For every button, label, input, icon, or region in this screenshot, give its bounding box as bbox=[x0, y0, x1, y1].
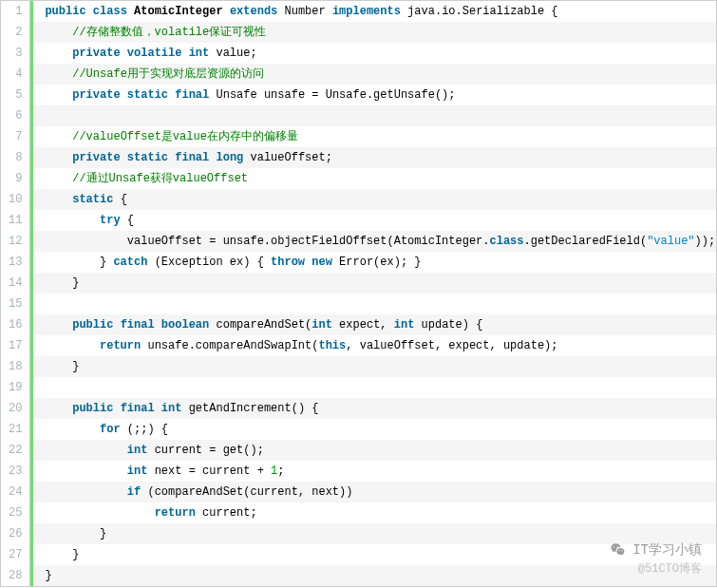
token-kw: private bbox=[72, 88, 120, 102]
token-kw: class bbox=[93, 5, 127, 18]
line-number: 8 bbox=[1, 147, 29, 168]
token-kw: int bbox=[127, 465, 148, 478]
code-line: //valueOffset是value在内存中的偏移量 bbox=[33, 126, 716, 147]
token-str: "value" bbox=[647, 235, 694, 248]
code-line: //存储整数值，volatile保证可视性 bbox=[33, 22, 716, 43]
token-plain: unsafe.compareAndSwapInt( bbox=[141, 339, 318, 352]
token-kw: volatile bbox=[127, 47, 182, 60]
token-kw: int bbox=[161, 402, 182, 415]
token-plain: Number bbox=[277, 5, 332, 18]
token-kw: final bbox=[121, 318, 155, 332]
token-plain: getAndIncrement() { bbox=[181, 402, 318, 415]
line-number: 17 bbox=[1, 335, 29, 356]
token-kw: public bbox=[72, 318, 113, 332]
line-number: 22 bbox=[1, 440, 29, 461]
token-kw: int bbox=[394, 318, 415, 332]
line-number: 7 bbox=[1, 126, 29, 147]
line-number: 18 bbox=[1, 356, 29, 377]
token-plain: { bbox=[113, 193, 126, 206]
code-line: } bbox=[33, 356, 716, 377]
line-number: 26 bbox=[1, 523, 29, 544]
code-line: if (compareAndSet(current, next)) bbox=[33, 482, 716, 503]
code-line: private volatile int value; bbox=[33, 43, 716, 64]
token-kw: public bbox=[72, 402, 113, 415]
line-number: 27 bbox=[1, 544, 29, 565]
token-kw: throw bbox=[271, 256, 305, 269]
line-number: 11 bbox=[1, 210, 29, 231]
code-line: static { bbox=[33, 189, 716, 210]
token-kw: private bbox=[72, 47, 120, 60]
line-number: 19 bbox=[1, 377, 29, 398]
token-plain bbox=[181, 47, 188, 60]
token-plain: ; bbox=[277, 465, 284, 478]
token-plain bbox=[121, 88, 127, 102]
line-number: 28 bbox=[1, 565, 29, 586]
token-plain: Error(ex); } bbox=[332, 256, 422, 269]
token-kw: implements bbox=[332, 5, 401, 18]
token-kw: public bbox=[45, 5, 85, 18]
token-plain: (Exception ex) { bbox=[147, 256, 271, 269]
token-plain: valueOffset; bbox=[243, 151, 332, 164]
line-number: 2 bbox=[1, 22, 29, 43]
code-line: } catch (Exception ex) { throw new Error… bbox=[33, 252, 716, 273]
code-line: valueOffset = unsafe.objectFieldOffset(A… bbox=[33, 231, 716, 252]
code-line: } bbox=[33, 565, 716, 586]
token-plain bbox=[121, 151, 127, 164]
line-number: 1 bbox=[1, 1, 29, 22]
token-cmt: //Unsafe用于实现对底层资源的访问 bbox=[72, 67, 264, 81]
token-kw: private bbox=[72, 151, 120, 164]
line-number: 13 bbox=[1, 252, 29, 273]
line-number: 12 bbox=[1, 231, 29, 252]
token-plain: )); bbox=[695, 235, 716, 248]
code-content: public class AtomicInteger extends Numbe… bbox=[30, 1, 716, 586]
line-number-gutter: 1234567891011121314151617181920212223242… bbox=[1, 1, 30, 586]
line-number: 23 bbox=[1, 461, 29, 482]
code-line: public class AtomicInteger extends Numbe… bbox=[33, 1, 716, 22]
code-line: public final int getAndIncrement() { bbox=[33, 398, 716, 419]
code-line: try { bbox=[33, 210, 716, 231]
token-plain: next = current + bbox=[147, 465, 271, 478]
token-kw: catch bbox=[113, 256, 147, 269]
code-line: int next = current + 1; bbox=[33, 461, 716, 482]
line-number: 3 bbox=[1, 43, 29, 64]
token-kw: long bbox=[216, 151, 243, 164]
token-plain: } bbox=[72, 276, 79, 290]
token-kw: new bbox=[311, 256, 332, 269]
token-plain: } bbox=[72, 360, 79, 373]
token-plain: (compareAndSet(current, next)) bbox=[141, 485, 352, 499]
token-kw: static bbox=[127, 88, 168, 102]
token-cmt: //通过Unsafe获得valueOffset bbox=[72, 172, 248, 185]
token-kw: final bbox=[175, 151, 209, 164]
code-line: } bbox=[33, 544, 716, 565]
token-plain bbox=[155, 402, 161, 415]
line-number: 16 bbox=[1, 314, 29, 335]
code-line: //Unsafe用于实现对底层资源的访问 bbox=[33, 64, 716, 85]
token-kw: return bbox=[100, 339, 141, 352]
token-plain: java.io.Serializable { bbox=[401, 5, 558, 18]
token-kw: try bbox=[100, 214, 121, 227]
code-block: 1234567891011121314151617181920212223242… bbox=[0, 0, 717, 587]
code-line: return unsafe.compareAndSwapInt(this, va… bbox=[33, 335, 716, 356]
token-plain bbox=[113, 318, 120, 332]
token-plain: expect, bbox=[332, 318, 394, 332]
token-plain bbox=[86, 5, 93, 18]
token-kw: int bbox=[311, 318, 332, 332]
line-number: 15 bbox=[1, 294, 29, 314]
token-plain: .getDeclaredField( bbox=[524, 235, 648, 248]
token-plain bbox=[121, 47, 127, 60]
code-line: public final boolean compareAndSet(int e… bbox=[33, 314, 716, 335]
token-kw: this bbox=[318, 339, 346, 352]
code-line bbox=[33, 294, 716, 314]
token-plain: (;;) { bbox=[121, 423, 168, 436]
line-number: 24 bbox=[1, 482, 29, 503]
token-plain bbox=[113, 402, 120, 415]
token-id: AtomicInteger bbox=[134, 5, 223, 18]
token-kw: for bbox=[100, 423, 121, 436]
code-line: } bbox=[33, 273, 716, 294]
token-plain: , valueOffset, expect, update); bbox=[346, 339, 557, 352]
token-cmt: //valueOffset是value在内存中的偏移量 bbox=[72, 130, 298, 143]
code-line: } bbox=[33, 523, 716, 544]
token-kw: return bbox=[155, 506, 196, 520]
token-plain: } bbox=[45, 569, 51, 582]
code-line: private static final Unsafe unsafe = Uns… bbox=[33, 85, 716, 105]
